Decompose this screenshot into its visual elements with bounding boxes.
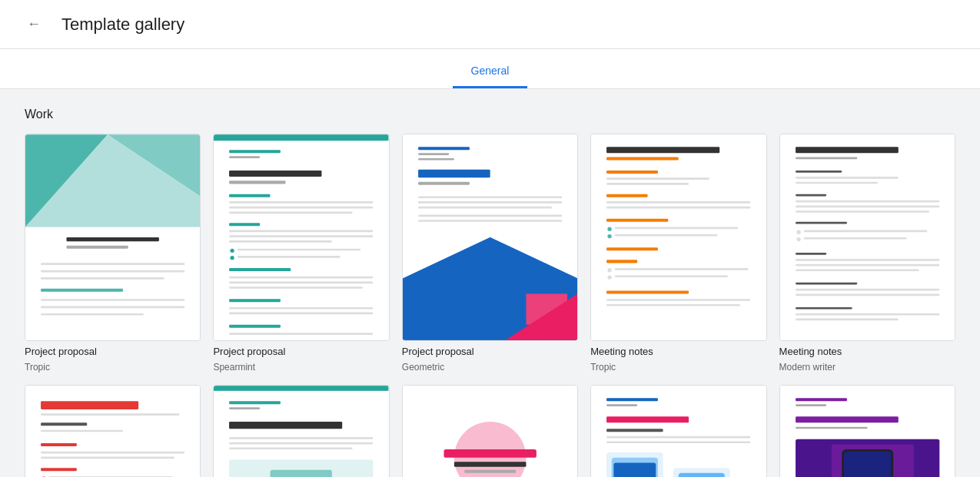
svg-rect-109 [41, 430, 123, 432]
svg-rect-92 [803, 230, 927, 233]
svg-rect-11 [41, 299, 184, 301]
svg-rect-76 [615, 275, 728, 277]
svg-rect-89 [796, 210, 929, 213]
svg-rect-168 [606, 429, 663, 432]
template-sub: Tropic [25, 362, 201, 373]
svg-rect-20 [229, 194, 271, 197]
svg-rect-170 [606, 441, 750, 443]
svg-rect-134 [229, 447, 353, 449]
svg-rect-169 [606, 436, 750, 439]
svg-rect-22 [229, 207, 373, 209]
svg-rect-25 [229, 230, 373, 233]
template-item-product-brochure[interactable]: Product Brochure [590, 385, 766, 477]
svg-rect-45 [418, 170, 490, 178]
template-item-company-newsletter[interactable]: Company Newsletter [779, 385, 955, 477]
svg-rect-190 [844, 452, 892, 477]
svg-point-28 [231, 249, 234, 253]
svg-rect-87 [796, 200, 939, 203]
svg-rect-104 [796, 319, 899, 321]
template-item-meeting-notes-modern[interactable]: Meeting notes Modern writer [779, 134, 955, 373]
svg-rect-59 [606, 157, 679, 161]
svg-rect-51 [418, 220, 562, 222]
svg-rect-63 [606, 194, 648, 197]
svg-point-93 [796, 237, 800, 241]
svg-rect-36 [229, 299, 281, 302]
svg-rect-32 [229, 268, 291, 271]
svg-rect-44 [418, 158, 454, 161]
svg-rect-128 [214, 386, 388, 391]
svg-rect-129 [229, 401, 281, 404]
svg-rect-65 [606, 207, 750, 209]
svg-rect-151 [464, 470, 516, 473]
template-thumb [590, 134, 766, 341]
template-thumb [25, 385, 201, 477]
svg-rect-43 [418, 153, 449, 155]
template-thumb [402, 134, 578, 341]
svg-rect-183 [796, 398, 847, 401]
svg-rect-97 [796, 264, 939, 267]
template-item-company-brochure[interactable]: Company Brochure [213, 385, 389, 477]
svg-rect-34 [229, 281, 373, 283]
svg-rect-186 [796, 427, 868, 429]
svg-rect-98 [796, 269, 919, 271]
svg-rect-95 [796, 253, 826, 255]
svg-rect-37 [229, 307, 373, 310]
svg-rect-10 [41, 289, 123, 292]
svg-point-73 [608, 268, 612, 272]
template-item-project-proposal-geometric[interactable]: Project proposal Geometric [402, 134, 578, 373]
svg-rect-38 [229, 313, 373, 315]
svg-rect-131 [229, 422, 342, 429]
svg-rect-39 [229, 325, 281, 328]
template-item-go-go-travel[interactable]: Go-Go Travel Travel Brochure [402, 385, 578, 477]
template-thumb [779, 385, 955, 477]
svg-rect-24 [229, 223, 260, 226]
tab-general[interactable]: General [453, 55, 528, 88]
svg-rect-70 [615, 234, 718, 237]
template-thumb [402, 385, 578, 477]
svg-rect-82 [796, 157, 857, 160]
template-sub: Tropic [590, 362, 766, 373]
svg-point-91 [796, 230, 800, 234]
svg-point-75 [608, 275, 612, 279]
svg-rect-130 [229, 407, 260, 409]
svg-rect-5 [67, 237, 159, 241]
svg-rect-94 [803, 237, 906, 240]
template-name: Meeting notes [590, 346, 766, 357]
svg-rect-110 [41, 443, 77, 446]
svg-rect-100 [796, 289, 939, 291]
svg-rect-19 [229, 181, 286, 184]
svg-rect-113 [41, 468, 77, 471]
svg-rect-27 [229, 240, 332, 243]
tabs-bar: General [0, 49, 980, 89]
svg-rect-78 [606, 299, 750, 301]
section-title-work: Work [25, 108, 955, 121]
svg-point-69 [608, 234, 612, 238]
svg-rect-167 [606, 416, 689, 422]
back-button[interactable]: ← [18, 9, 49, 40]
svg-rect-72 [606, 260, 637, 263]
svg-rect-50 [418, 215, 562, 217]
template-item-project-proposal-spearmint[interactable]: Project proposal Spearmint [213, 134, 389, 373]
svg-rect-106 [41, 401, 138, 409]
svg-rect-16 [229, 150, 281, 153]
template-item-project-proposal-tropic[interactable]: Project proposal Tropic [25, 134, 201, 373]
template-sub: Modern writer [779, 362, 955, 373]
svg-point-67 [608, 227, 612, 231]
template-name: Project proposal [213, 346, 389, 357]
svg-rect-112 [41, 456, 174, 459]
svg-rect-13 [41, 313, 144, 316]
svg-rect-71 [606, 247, 658, 250]
svg-rect-81 [796, 147, 899, 153]
svg-rect-29 [238, 249, 361, 251]
svg-rect-83 [796, 171, 842, 173]
template-name: Project proposal [402, 346, 578, 357]
svg-rect-7 [41, 263, 184, 265]
template-thumb [590, 385, 766, 477]
svg-rect-150 [454, 462, 527, 467]
svg-rect-88 [796, 205, 939, 207]
svg-rect-15 [214, 134, 388, 141]
template-item-team-meeting[interactable]: Team Meeting [25, 385, 201, 477]
svg-rect-149 [443, 449, 536, 458]
template-item-meeting-notes-tropic[interactable]: Meeting notes Tropic [590, 134, 766, 373]
svg-rect-40 [229, 333, 373, 335]
